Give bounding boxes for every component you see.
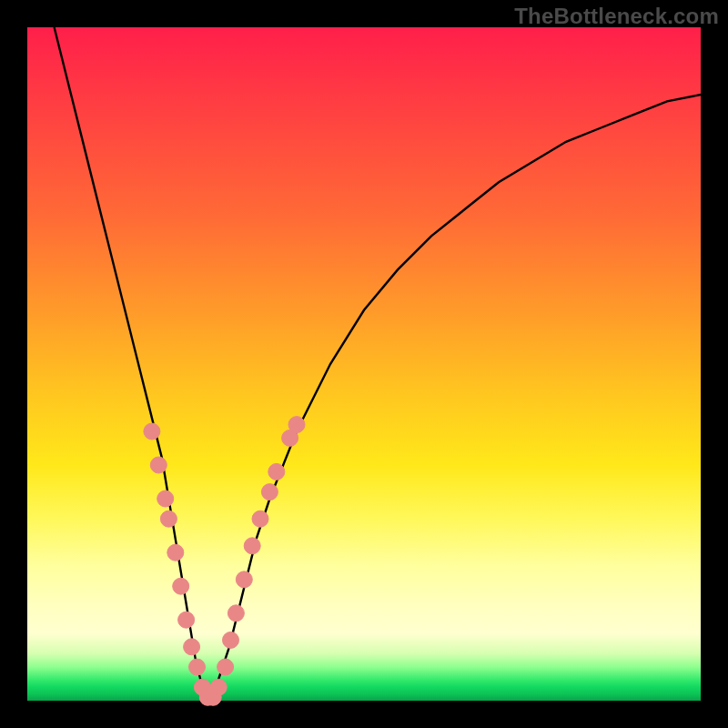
marker-dot [223,632,239,648]
marker-dot [261,484,278,500]
marker-dot [150,457,167,473]
marker-dot [160,511,177,527]
marker-dot [144,423,160,440]
marker-dot [228,605,244,622]
marker-dot [173,578,189,594]
plot-area [27,27,701,701]
chart-svg [27,27,701,701]
marker-dot [178,612,195,628]
marker-group [144,417,305,706]
marker-dot [210,679,227,695]
marker-dot [268,463,285,480]
marker-dot [167,544,184,561]
marker-dot [288,417,305,433]
marker-dot [244,538,260,554]
marker-dot [189,659,206,675]
bottleneck-curve [55,27,701,701]
marker-dot [157,490,174,507]
chart-frame: TheBottleneck.com [0,0,728,728]
brand-watermark: TheBottleneck.com [514,4,719,29]
marker-dot [252,511,268,527]
marker-dot [236,571,252,588]
marker-dot [184,639,200,655]
marker-dot [217,659,234,675]
